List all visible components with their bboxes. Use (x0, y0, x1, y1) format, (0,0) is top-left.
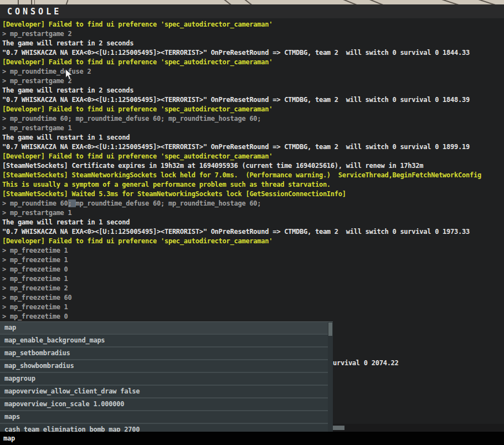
autocomplete-item[interactable]: map_setbombradius (0, 347, 333, 360)
console-log-line: [SteamNetSockets] Waited 5.3ms for Steam… (2, 190, 481, 199)
console-log-line: The game will restart in 2 seconds (2, 39, 481, 48)
autocomplete-scrollbar-track[interactable] (328, 322, 333, 432)
autocomplete-list: mapmap_enable_background_mapsmap_setbomb… (0, 322, 333, 432)
console-log-line: [Developer] Failed to find ui preference… (2, 152, 481, 161)
console-log-line: The game will restart in 1 second (2, 218, 481, 227)
console-log-line: > mp_roundtime_defuse 2 (2, 67, 481, 76)
console-log-line: > mp_restartgame 2 (2, 29, 481, 39)
console-log-line: This is usually a symptom of a general p… (2, 180, 481, 190)
console-log-line: > mp_restartgame 1 (2, 208, 481, 218)
console-log-line: The game will restart in 2 seconds (2, 86, 481, 95)
autocomplete-item[interactable]: map_enable_background_maps (0, 335, 333, 347)
autocomplete-scrollbar-thumb[interactable] (328, 323, 332, 336)
autocomplete-item[interactable]: maps (0, 411, 333, 424)
console-log-line: [SteamNetSockets] SteamNetworkingSockets… (2, 171, 481, 180)
console-title-bar[interactable]: CONSOLE (0, 4, 504, 18)
console-log-line: > mp_freezetime 0 (2, 312, 481, 321)
console-log-line: > mp_freezetime 1 (2, 246, 481, 255)
console-log-line-clipped: urvival 0 2074.22 (333, 359, 399, 367)
console-window: CONSOLE [Developer] Failed to find ui pr… (0, 4, 504, 445)
autocomplete-item[interactable]: cash_team_elimination_bomb_map 2700 (0, 424, 333, 432)
autocomplete-dropdown: mapmap_enable_background_mapsmap_setbomb… (0, 321, 333, 432)
console-log-line: [Developer] Failed to find ui preference… (2, 105, 481, 114)
console-log-line: > mp_freezetime 0 (2, 265, 481, 274)
autocomplete-item[interactable]: mapgroup (0, 373, 333, 386)
console-input[interactable]: map (0, 432, 504, 445)
console-log-line: > mp_restartgame 2 (2, 76, 481, 86)
autocomplete-item[interactable]: mapoverview_icon_scale 1.000000 (0, 398, 333, 411)
console-log-line: "0.7 WHISKACZA NA EXA<0><[U:1:125005495]… (2, 142, 481, 152)
console-log-line: [Developer] Failed to find ui preference… (2, 237, 481, 246)
console-log-line: > mp_freezetime 60 (2, 293, 481, 303)
console-log-line: > mp_roundtime 60; mp_roundtime_defuse 6… (2, 114, 481, 124)
console-log-line: > mp_freezetime 1 (2, 274, 481, 284)
console-log-line: [SteamNetSockets] Certificate expires in… (2, 161, 481, 171)
autocomplete-item[interactable]: map_showbombradius (0, 360, 333, 373)
console-log-line: "0.7 WHISKACZA NA EXA<0><[U:1:125005495]… (2, 95, 481, 105)
autocomplete-item[interactable]: mapoverview_allow_client_draw false (0, 386, 333, 398)
horizontal-scrollbar-thumb[interactable] (332, 426, 344, 430)
console-log-line: > mp_freezetime 1 (2, 303, 481, 312)
console-input-value: map (0, 434, 15, 442)
console-log: [Developer] Failed to find ui preference… (2, 20, 481, 321)
console-log-line: > mp_freezetime 1 (2, 255, 481, 265)
console-log-line: [Developer] Failed to find ui preference… (2, 20, 481, 29)
console-log-line: > mp_restartgame 1 (2, 124, 481, 133)
console-log-line: [Developer] Failed to find ui preference… (2, 58, 481, 67)
console-title: CONSOLE (7, 7, 61, 17)
console-log-line: "0.7 WHISKACZA NA EXA<0><[U:1:125005495]… (2, 227, 481, 237)
text-selection: ; (68, 200, 76, 207)
console-log-line: > mp_roundtime 60; mp_roundtime_defuse 6… (2, 199, 481, 208)
console-log-line: The game will restart in 1 second (2, 133, 481, 142)
autocomplete-item[interactable]: map (0, 322, 333, 335)
mouse-cursor (65, 69, 73, 80)
console-log-line: "0.7 WHISKACZA NA EXA<0><[U:1:125005495]… (2, 48, 481, 58)
horizontal-scrollbar-track[interactable] (333, 424, 504, 432)
console-log-line: > mp_freezetime 2 (2, 284, 481, 293)
